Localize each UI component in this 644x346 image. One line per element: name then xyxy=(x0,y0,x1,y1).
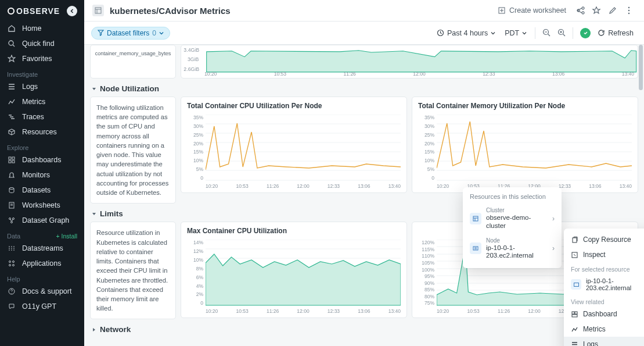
y-axis: 120%115%110%105%100%95%90%85%80%75% xyxy=(418,240,434,306)
filters-label: Dataset filters xyxy=(107,29,149,37)
nav-label: Dashboards xyxy=(22,156,61,164)
nav-label: O11y GPT xyxy=(22,302,56,311)
chevron-right-icon xyxy=(91,327,97,333)
svg-point-20 xyxy=(628,13,629,14)
divider xyxy=(535,27,535,39)
nav-metrics[interactable]: Metrics xyxy=(0,94,84,109)
nav-applications[interactable]: Applications xyxy=(0,256,84,271)
time-range-picker[interactable]: Past 4 hours xyxy=(432,27,500,40)
nav-datasets[interactable]: Datasets xyxy=(0,183,84,198)
chart-title: Total Container CPU Utilization Per Node xyxy=(187,102,401,110)
create-worksheet-button[interactable]: Create worksheet xyxy=(493,4,571,17)
resource-item-cluster[interactable]: Clusterobserve-demo-cluster › xyxy=(463,204,562,234)
ctx-section-related: View related xyxy=(564,295,644,306)
limits-description: Resource utilization in Kubernetes is ca… xyxy=(90,222,176,319)
svg-point-0 xyxy=(8,8,14,14)
cube-icon xyxy=(7,127,16,137)
zoom-out-icon[interactable] xyxy=(539,26,554,41)
list-icon xyxy=(7,82,16,91)
ctx-copy-resource[interactable]: Copy Resource xyxy=(564,232,644,247)
ctx-metrics[interactable]: Metrics xyxy=(564,322,644,337)
more-icon[interactable] xyxy=(622,3,636,17)
chart-cpu-per-node[interactable]: Total Container CPU Utilization Per Node… xyxy=(181,97,407,193)
refresh-button[interactable]: Refresh xyxy=(594,27,637,40)
nav-label: Home xyxy=(22,24,41,33)
section-network[interactable]: Network xyxy=(90,319,638,337)
nav-worksheets[interactable]: Worksheets xyxy=(0,198,84,213)
section-node-utilization[interactable]: Node Utilization xyxy=(90,79,638,97)
edit-icon[interactable] xyxy=(606,3,620,17)
svg-rect-33 xyxy=(575,312,577,314)
nav-gpt[interactable]: O11y GPT xyxy=(0,299,84,314)
topbar: kubernetes/CAdvisor Metrics Create works… xyxy=(84,0,644,22)
svg-text:2.6GiB: 2.6GiB xyxy=(184,66,199,72)
grid-icon xyxy=(7,155,16,165)
metric-summary-card[interactable]: container_memory_usage_bytes xyxy=(90,45,176,79)
chart-memory-per-node[interactable]: Total Container Memory Utilization Per N… xyxy=(412,97,638,193)
svg-point-19 xyxy=(628,10,629,11)
node-util-description: The following utilization metrics are co… xyxy=(90,97,176,204)
inspect-icon xyxy=(571,251,578,259)
resource-item-node[interactable]: Nodeip-10-0-1-203.ec2.internal › xyxy=(463,234,562,264)
nav-dataset-graph[interactable]: Dataset Graph xyxy=(0,213,84,228)
database-icon xyxy=(7,186,16,195)
nav-label: Docs & support xyxy=(22,287,71,295)
install-link[interactable]: + Install xyxy=(56,233,77,240)
svg-rect-4 xyxy=(9,160,11,163)
sidebar: OBSERVE Home Quick find Favorites Invest… xyxy=(0,0,84,346)
collapse-sidebar-button[interactable] xyxy=(67,6,77,16)
nav-resources[interactable]: Resources xyxy=(0,124,84,140)
ctx-logs[interactable]: Logs xyxy=(564,337,644,346)
nav-logs[interactable]: Logs xyxy=(0,79,84,94)
nav-label: Metrics xyxy=(22,98,45,106)
chevron-right-icon: › xyxy=(552,215,555,223)
svg-point-11 xyxy=(9,261,11,263)
nav-docs[interactable]: Docs & support xyxy=(0,284,84,299)
nav-monitors[interactable]: Monitors xyxy=(0,167,84,183)
nav-traces[interactable]: Traces xyxy=(0,109,84,124)
chevron-down-icon xyxy=(91,211,97,217)
ctx-inspect[interactable]: Inspect xyxy=(564,247,644,262)
nav-quick-find[interactable]: Quick find xyxy=(0,36,84,51)
logo: OBSERVE xyxy=(7,6,60,16)
zoom-in-icon[interactable] xyxy=(554,26,569,41)
time-range-label: Past 4 hours xyxy=(447,29,488,37)
nav-dashboards[interactable]: Dashboards xyxy=(0,152,84,167)
section-investigate: Investigate xyxy=(0,66,84,79)
timezone-select[interactable]: PDT xyxy=(500,27,531,40)
nav-label: Datasets xyxy=(22,186,51,194)
status-ok-icon[interactable] xyxy=(580,28,591,38)
help-icon xyxy=(7,287,16,296)
nav-home[interactable]: Home xyxy=(0,21,84,36)
nav-favorites[interactable]: Favorites xyxy=(0,51,84,66)
svg-point-18 xyxy=(628,7,629,8)
dashboard-icon xyxy=(571,311,578,318)
dataset-filters-chip[interactable]: Dataset filters 0 xyxy=(91,27,170,40)
sheet-icon xyxy=(7,201,16,210)
nav-label: Datastreams xyxy=(22,244,63,252)
nav-label: Favorites xyxy=(22,55,52,63)
ctx-dashboard[interactable]: Dashboard xyxy=(564,306,644,322)
toolbar: Dataset filters 0 Past 4 hours PDT Refre… xyxy=(84,22,644,45)
scrollbar[interactable] xyxy=(639,45,643,90)
chart-memory-usage[interactable]: 3.4GiB 3GiB 2.6GiB 10:2010:5311:2612:001… xyxy=(181,45,638,79)
ctx-selected-resource[interactable]: ip-10-0-1-203.ec2.internal xyxy=(564,274,644,295)
filters-count: 0 xyxy=(152,29,156,37)
svg-text:3GiB: 3GiB xyxy=(188,56,199,62)
node-icon xyxy=(571,279,581,290)
chart-max-cpu[interactable]: Max Container CPU Utilization 14%12%10%8… xyxy=(181,222,407,318)
list-icon xyxy=(571,341,578,347)
svg-point-10 xyxy=(11,222,13,223)
refresh-label: Refresh xyxy=(608,29,634,37)
star-icon[interactable] xyxy=(589,3,603,17)
chart-title: Total Container Memory Utilization Per N… xyxy=(418,102,632,110)
share-icon[interactable] xyxy=(573,3,587,17)
nav-datastreams[interactable]: Datastreams xyxy=(0,241,84,256)
chevron-right-icon: › xyxy=(552,244,555,252)
stream-icon xyxy=(7,244,16,253)
x-axis: 10:2010:5311:2612:0012:3313:0613:40 xyxy=(206,308,401,314)
ctx-section-selected: For selected resource xyxy=(564,262,644,274)
graph-icon xyxy=(7,216,16,225)
nav-label: Worksheets xyxy=(22,201,60,209)
nav-label: Applications xyxy=(22,259,61,267)
